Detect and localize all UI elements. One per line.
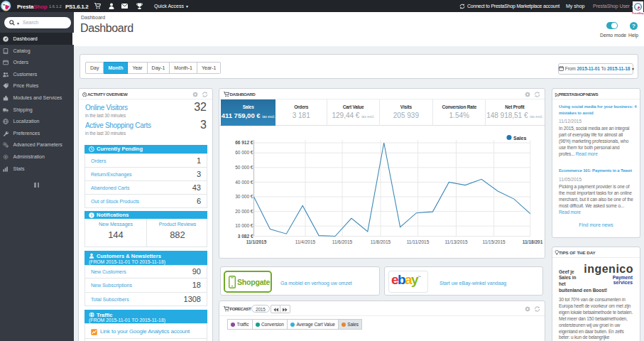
svg-text:10 000 €: 10 000 € bbox=[235, 223, 253, 228]
svg-text:11/11/2015: 11/11/2015 bbox=[407, 239, 430, 244]
svg-text:11/4/2015: 11/4/2015 bbox=[295, 239, 316, 244]
svg-text:40 000 €: 40 000 € bbox=[235, 180, 253, 185]
svg-text:Sales: Sales bbox=[513, 136, 526, 141]
svg-text:11/1/2015: 11/1/2015 bbox=[246, 239, 267, 244]
svg-text:11/18/201: 11/18/201 bbox=[523, 239, 543, 244]
svg-text:60 000 €: 60 000 € bbox=[235, 150, 253, 155]
svg-text:20 000 €: 20 000 € bbox=[235, 209, 253, 214]
svg-text:3 082 €: 3 082 € bbox=[238, 234, 253, 239]
svg-text:30 000 €: 30 000 € bbox=[235, 194, 253, 199]
svg-text:11/6/2015: 11/6/2015 bbox=[332, 239, 353, 244]
svg-text:11/13/2015: 11/13/2015 bbox=[444, 239, 467, 244]
svg-text:11/8/2015: 11/8/2015 bbox=[371, 239, 391, 244]
svg-text:66 912 €: 66 912 € bbox=[235, 140, 253, 145]
svg-text:11/15/2015: 11/15/2015 bbox=[483, 239, 506, 244]
svg-text:50 000 €: 50 000 € bbox=[235, 165, 253, 170]
